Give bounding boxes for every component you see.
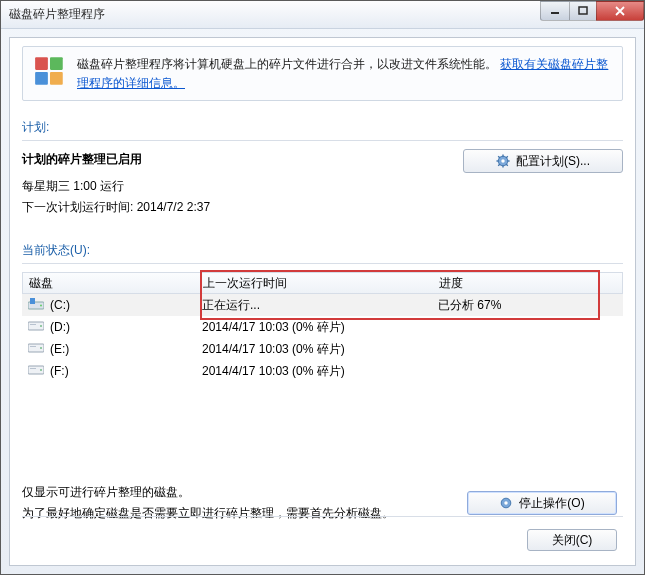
configure-schedule-label: 配置计划(S)... <box>516 153 590 170</box>
schedule-line-2: 下一次计划运行时间: 2014/7/2 2:37 <box>22 199 463 216</box>
gear-icon <box>499 496 513 510</box>
svg-rect-25 <box>30 346 36 347</box>
svg-line-13 <box>498 156 500 158</box>
schedule-info: 计划的碎片整理已启用 每星期三 1:00 运行 下一次计划运行时间: 2014/… <box>22 149 463 220</box>
schedule-block: 计划的碎片整理已启用 每星期三 1:00 运行 下一次计划运行时间: 2014/… <box>22 149 623 220</box>
info-banner: 磁盘碎片整理程序将计算机硬盘上的碎片文件进行合并，以改进文件系统性能。 获取有关… <box>22 46 623 101</box>
maximize-icon <box>578 6 588 16</box>
svg-point-8 <box>501 159 505 163</box>
svg-rect-4 <box>35 72 48 85</box>
drive-icon <box>28 298 44 313</box>
col-header-disk[interactable]: 磁盘 <box>23 275 203 292</box>
svg-line-15 <box>506 156 508 158</box>
last-run-cell: 2014/4/17 10:03 (0% 碎片) <box>202 341 438 358</box>
close-dialog-button[interactable]: 关闭(C) <box>527 529 617 551</box>
configure-schedule-button[interactable]: 配置计划(S)... <box>463 149 623 173</box>
table-row[interactable]: (E:)2014/4/17 10:03 (0% 碎片) <box>22 338 623 360</box>
col-header-progress[interactable]: 进度 <box>439 275 622 292</box>
banner-prefix: 磁盘碎片整理程序将计算机硬盘上的碎片文件进行合并，以改进文件系统性能。 <box>77 57 497 71</box>
titlebar: 磁盘碎片整理程序 <box>1 1 644 29</box>
gear-icon <box>496 154 510 168</box>
svg-rect-18 <box>30 298 35 304</box>
disk-cell: (C:) <box>28 298 202 313</box>
status-section-label: 当前状态(U): <box>22 242 623 259</box>
maximize-button[interactable] <box>569 1 597 21</box>
drive-icon <box>28 364 44 379</box>
svg-rect-28 <box>30 368 36 369</box>
table-header: 磁盘 上一次运行时间 进度 <box>22 272 623 294</box>
defrag-icon <box>33 55 67 89</box>
progress-cell: 已分析 67% <box>438 297 623 314</box>
last-run-cell: 2014/4/17 10:03 (0% 碎片) <box>202 319 438 336</box>
table-row[interactable]: (D:)2014/4/17 10:03 (0% 碎片) <box>22 316 623 338</box>
svg-point-24 <box>40 347 42 349</box>
svg-point-21 <box>40 325 42 327</box>
svg-rect-5 <box>50 72 63 85</box>
drive-label: (D:) <box>50 320 70 334</box>
svg-rect-2 <box>35 57 48 70</box>
disk-cell: (D:) <box>28 320 202 335</box>
schedule-line-1: 每星期三 1:00 运行 <box>22 178 463 195</box>
window-buttons <box>541 1 644 21</box>
disk-cell: (E:) <box>28 342 202 357</box>
svg-rect-0 <box>551 12 559 14</box>
client-area: 磁盘碎片整理程序将计算机硬盘上的碎片文件进行合并，以改进文件系统性能。 获取有关… <box>9 37 636 566</box>
schedule-section-label: 计划: <box>22 119 623 136</box>
minimize-icon <box>550 6 560 16</box>
svg-line-16 <box>498 164 500 166</box>
table-row[interactable]: (C:)正在运行...已分析 67% <box>22 294 623 316</box>
table-row[interactable]: (F:)2014/4/17 10:03 (0% 碎片) <box>22 360 623 382</box>
drive-icon <box>28 320 44 335</box>
drive-label: (C:) <box>50 298 70 312</box>
stop-button[interactable]: 停止操作(O) <box>467 491 617 515</box>
svg-line-14 <box>506 164 508 166</box>
banner-text: 磁盘碎片整理程序将计算机硬盘上的碎片文件进行合并，以改进文件系统性能。 获取有关… <box>77 55 612 92</box>
drive-icon <box>28 342 44 357</box>
table-body: (C:)正在运行...已分析 67%(D:)2014/4/17 10:03 (0… <box>22 294 623 382</box>
schedule-title: 计划的碎片整理已启用 <box>22 151 463 168</box>
svg-point-30 <box>505 501 509 505</box>
last-run-cell: 正在运行... <box>202 297 438 314</box>
window: 磁盘碎片整理程序 磁盘碎片整理程序将计算机硬盘上的碎片文件进行合并， <box>0 0 645 575</box>
drive-label: (E:) <box>50 342 69 356</box>
drive-label: (F:) <box>50 364 69 378</box>
minimize-button[interactable] <box>540 1 570 21</box>
close-button-label: 关闭(C) <box>552 532 593 549</box>
divider <box>22 263 623 264</box>
svg-point-27 <box>40 369 42 371</box>
svg-rect-22 <box>30 324 36 325</box>
stop-button-label: 停止操作(O) <box>519 495 584 512</box>
last-run-cell: 2014/4/17 10:03 (0% 碎片) <box>202 363 438 380</box>
window-title: 磁盘碎片整理程序 <box>9 6 541 23</box>
footer-buttons: 停止操作(O) 关闭(C) <box>467 491 617 551</box>
svg-point-19 <box>40 304 42 306</box>
divider <box>22 140 623 141</box>
svg-rect-1 <box>579 7 587 14</box>
disk-cell: (F:) <box>28 364 202 379</box>
close-icon <box>614 6 626 16</box>
close-button[interactable] <box>596 1 644 21</box>
col-header-last[interactable]: 上一次运行时间 <box>203 275 439 292</box>
svg-rect-3 <box>50 57 63 70</box>
disk-table: 磁盘 上一次运行时间 进度 (C:)正在运行...已分析 67%(D:)2014… <box>22 272 623 382</box>
